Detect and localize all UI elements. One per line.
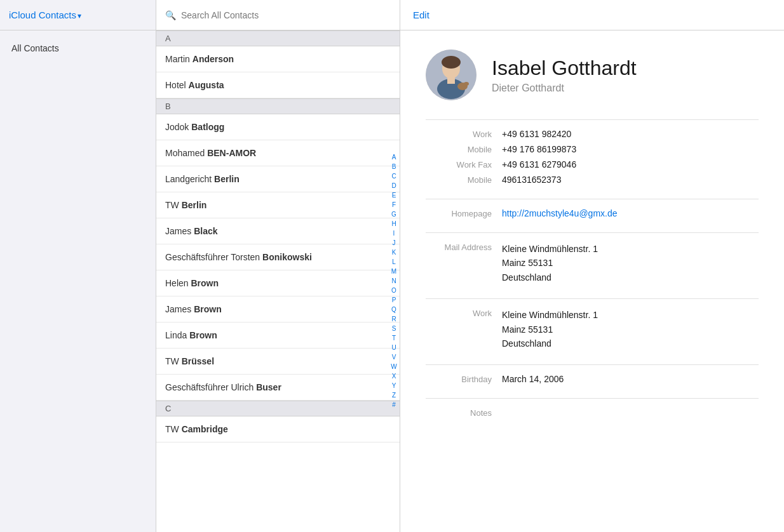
- alpha-index-J[interactable]: J: [393, 239, 396, 248]
- alpha-index-R[interactable]: R: [391, 315, 396, 324]
- contact-list: AMartin AndersonHotel AugustaBJodok Batl…: [156, 30, 400, 442]
- alpha-index-#[interactable]: #: [392, 401, 396, 409]
- list-item[interactable]: Geschäftsführer Torsten Bonikowski: [156, 244, 400, 270]
- list-item[interactable]: Geschäftsführer Ulrich Buser: [156, 375, 400, 401]
- alpha-index-T[interactable]: T: [392, 334, 396, 343]
- work-fax-row: Work Fax +49 6131 6279046: [426, 159, 759, 170]
- alpha-index-K[interactable]: K: [392, 248, 396, 257]
- alpha-index-L[interactable]: L: [392, 258, 396, 267]
- work-address-section: Work Kleine Windmühlenstr. 1 Mainz 55131…: [426, 298, 759, 364]
- contact-list-panel: AMartin AndersonHotel AugustaBJodok Batl…: [156, 30, 400, 532]
- work-phone-value: +49 6131 982420: [502, 129, 571, 139]
- alpha-index-N[interactable]: N: [391, 277, 396, 286]
- section-header-C: C: [156, 401, 400, 416]
- alpha-index-V[interactable]: V: [392, 353, 396, 362]
- alpha-index-O[interactable]: O: [391, 286, 396, 295]
- alpha-index-F[interactable]: F: [392, 201, 396, 209]
- alpha-index-H[interactable]: H: [391, 220, 396, 229]
- alpha-index-C[interactable]: C: [391, 172, 396, 181]
- homepage-link[interactable]: http://2muchstyle4u@gmx.de: [502, 208, 618, 218]
- notes-row: Notes: [426, 408, 759, 418]
- contact-full-name: Isabel Gotthardt: [492, 57, 637, 80]
- homepage-section: Homepage http://2muchstyle4u@gmx.de: [426, 199, 759, 232]
- work-phone-row: Work +49 6131 982420: [426, 129, 759, 139]
- work-address-label: Work: [426, 308, 502, 350]
- alpha-index-U[interactable]: U: [391, 343, 396, 352]
- svg-point-2: [442, 56, 461, 69]
- work-phone-label: Work: [426, 129, 502, 139]
- list-item[interactable]: Linda Brown: [156, 323, 400, 349]
- avatar: [426, 50, 476, 100]
- alpha-index-Z[interactable]: Z: [392, 391, 396, 400]
- mobile-phone2-row: Mobile 496131652373: [426, 175, 759, 185]
- list-item[interactable]: James Black: [156, 218, 400, 244]
- avatar-image: [426, 50, 476, 100]
- mail-address-label: Mail Address: [426, 242, 502, 284]
- mobile-phone-value: +49 176 86199873: [502, 144, 576, 154]
- mail-address-value: Kleine Windmühlenstr. 1 Mainz 55131 Deut…: [502, 242, 598, 284]
- alpha-index-P[interactable]: P: [392, 296, 396, 305]
- notes-label: Notes: [426, 408, 502, 418]
- list-item[interactable]: Helen Brown: [156, 270, 400, 296]
- contact-hero: Isabel Gotthardt Dieter Gotthardt: [426, 50, 759, 100]
- alpha-index-E[interactable]: E: [392, 191, 396, 200]
- homepage-row: Homepage http://2muchstyle4u@gmx.de: [426, 208, 759, 218]
- work-address-row: Work Kleine Windmühlenstr. 1 Mainz 55131…: [426, 308, 759, 350]
- work-fax-value: +49 6131 6279046: [502, 159, 576, 170]
- chevron-down-icon[interactable]: ▾: [78, 11, 81, 20]
- birthday-value: March 14, 2006: [502, 374, 564, 384]
- brand-label: iCloud: [9, 10, 36, 20]
- sidebar-item-all-contacts[interactable]: All Contacts: [0, 37, 156, 60]
- svg-point-6: [464, 82, 469, 86]
- notes-section: Notes: [426, 398, 759, 432]
- search-bar: 🔍: [156, 0, 400, 30]
- app-title: iCloud Contacts▾: [9, 10, 81, 20]
- mail-address-section: Mail Address Kleine Windmühlenstr. 1 Mai…: [426, 232, 759, 298]
- search-input[interactable]: [181, 10, 391, 20]
- module-label[interactable]: Contacts: [39, 10, 76, 20]
- mobile-phone-row: Mobile +49 176 86199873: [426, 144, 759, 154]
- alpha-index-I[interactable]: I: [393, 229, 395, 238]
- contact-relation: Dieter Gotthardt: [492, 83, 637, 94]
- homepage-value: http://2muchstyle4u@gmx.de: [502, 208, 618, 218]
- mail-address-row: Mail Address Kleine Windmühlenstr. 1 Mai…: [426, 242, 759, 284]
- svg-rect-4: [447, 77, 455, 84]
- alpha-index-W[interactable]: W: [391, 362, 396, 371]
- alpha-index-Q[interactable]: Q: [391, 305, 396, 314]
- mobile-phone2-value: 496131652373: [502, 175, 561, 185]
- alphabet-index: ABCDEFGHIJKLMNOPQRSTUVWXYZ#: [388, 30, 400, 532]
- section-header-A: A: [156, 30, 400, 46]
- work-address-value: Kleine Windmühlenstr. 1 Mainz 55131 Deut…: [502, 308, 598, 350]
- list-item[interactable]: Mohamed BEN-AMOR: [156, 140, 400, 166]
- alpha-index-B[interactable]: B: [392, 163, 396, 171]
- list-item[interactable]: Martin Anderson: [156, 46, 400, 72]
- work-fax-label: Work Fax: [426, 159, 502, 170]
- birthday-label: Birthday: [426, 374, 502, 384]
- mobile-phone-label: Mobile: [426, 144, 502, 154]
- mobile-phone2-label: Mobile: [426, 175, 502, 185]
- list-item[interactable]: Jodok Batlogg: [156, 114, 400, 140]
- alpha-index-X[interactable]: X: [392, 372, 396, 381]
- detail-header: Edit: [400, 0, 784, 30]
- list-item[interactable]: TW Berlin: [156, 192, 400, 218]
- list-item[interactable]: Hotel Augusta: [156, 72, 400, 98]
- list-item[interactable]: TW Cambridge: [156, 416, 400, 442]
- app-header: iCloud Contacts▾: [0, 0, 156, 30]
- detail-panel: Isabel Gotthardt Dieter Gotthardt Work +…: [400, 30, 784, 532]
- list-item[interactable]: TW Brüssel: [156, 349, 400, 375]
- homepage-label: Homepage: [426, 208, 502, 218]
- alpha-index-Y[interactable]: Y: [392, 382, 396, 390]
- section-header-B: B: [156, 98, 400, 114]
- list-item[interactable]: Landgericht Berlin: [156, 166, 400, 192]
- birthday-row: Birthday March 14, 2006: [426, 374, 759, 384]
- alpha-index-S[interactable]: S: [392, 324, 396, 333]
- birthday-section: Birthday March 14, 2006: [426, 364, 759, 398]
- list-item[interactable]: James Brown: [156, 296, 400, 323]
- alpha-index-D[interactable]: D: [391, 182, 396, 190]
- alpha-index-G[interactable]: G: [391, 210, 396, 219]
- edit-button[interactable]: Edit: [413, 10, 429, 20]
- search-icon: 🔍: [165, 10, 176, 20]
- alpha-index-A[interactable]: A: [392, 153, 396, 162]
- sidebar: All Contacts: [0, 30, 156, 532]
- alpha-index-M[interactable]: M: [391, 267, 396, 276]
